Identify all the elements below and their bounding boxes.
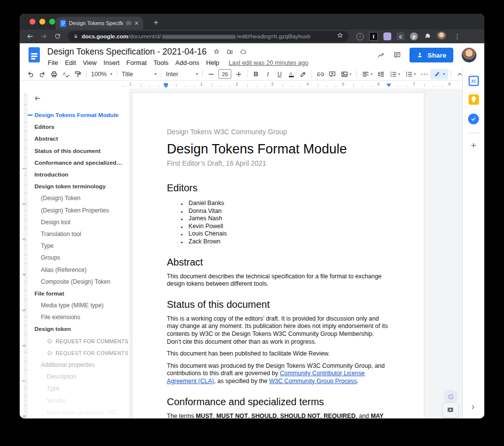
address-bar[interactable]: docs.google.com/document/d//edit#heading… [68, 31, 348, 42]
document-activity-icon[interactable] [377, 51, 385, 59]
google-docs-icon[interactable] [29, 47, 40, 62]
outline-item[interactable]: Status of this document [28, 145, 129, 157]
document-link[interactable]: W3C Community Group Process [269, 378, 357, 385]
right-indent-marker[interactable] [386, 84, 391, 87]
menu-format[interactable]: Format [123, 58, 150, 68]
print-icon[interactable] [48, 69, 60, 80]
outline-item[interactable]: Design tool [28, 216, 129, 228]
minimize-window-button[interactable] [39, 19, 45, 25]
p-extension-icon[interactable]: p [410, 32, 418, 40]
info-extension-icon[interactable]: i [356, 33, 364, 40]
outline-item[interactable]: Type [28, 383, 129, 394]
new-tab-button[interactable]: + [151, 17, 161, 28]
collapse-side-panel-icon[interactable] [470, 404, 477, 412]
add-comment-icon[interactable] [326, 69, 338, 80]
account-avatar[interactable] [462, 48, 476, 62]
zoom-select[interactable]: 100%▾ [89, 71, 114, 78]
redo-icon[interactable] [36, 69, 48, 80]
more-options-button[interactable]: ⋯ [418, 69, 430, 80]
share-button[interactable]: Share [410, 48, 453, 62]
document-title[interactable]: Design Tokens Specification - 2021-04-16 [47, 47, 207, 57]
line-spacing-icon[interactable] [375, 69, 387, 80]
horizontal-ruler[interactable]: 112345678 [20, 81, 463, 89]
bookmark-star-icon[interactable] [337, 32, 344, 41]
vertical-ruler[interactable]: 12345678 [24, 92, 28, 418]
outline-item[interactable]: Additional properties [28, 359, 129, 371]
forward-icon[interactable] [38, 31, 49, 42]
menu-insert[interactable]: Insert [100, 58, 123, 68]
left-indent-marker[interactable] [163, 85, 168, 88]
star-document-icon[interactable] [213, 48, 220, 55]
outline-item[interactable]: Type [28, 240, 129, 252]
outline-item[interactable]: Alias (Reference) [28, 264, 129, 275]
reload-icon[interactable] [52, 31, 63, 42]
close-window-button[interactable] [30, 19, 35, 25]
bulleted-list-icon[interactable]: ▾ [403, 69, 418, 80]
numbered-list-icon[interactable]: 123▾ [387, 69, 403, 80]
font-select[interactable]: Inter▾ [164, 71, 200, 78]
outline-item[interactable]: Design token [28, 323, 129, 335]
increase-font-size-icon[interactable] [233, 69, 245, 80]
close-outline-icon[interactable] [33, 94, 43, 104]
spellcheck-icon[interactable]: A [60, 69, 72, 80]
menu-help[interactable]: Help [203, 58, 223, 68]
undo-icon[interactable] [25, 69, 36, 80]
reader-extension-icon[interactable]: I [369, 32, 378, 41]
outline-item[interactable]: File format [28, 288, 129, 299]
browser-tab[interactable]: Design Tokens Specification - ✕ [56, 17, 143, 30]
document-status-cloud-icon[interactable] [240, 48, 247, 55]
italic-button[interactable]: I [262, 69, 274, 80]
insert-link-icon[interactable] [315, 69, 326, 80]
outline-item[interactable]: File extensions [28, 311, 129, 323]
extensions-puzzle-icon[interactable] [423, 32, 431, 40]
c-extension-icon[interactable]: c [397, 32, 405, 40]
outline-item[interactable]: Translation tool [28, 228, 129, 240]
menu-add-ons[interactable]: Add-ons [172, 58, 202, 68]
outline-item[interactable]: Introduction [28, 169, 129, 180]
outline-item[interactable]: Media type (MIME type) [28, 299, 129, 311]
outline-item[interactable]: More token properties TBC [28, 407, 129, 418]
outline-item[interactable]: (Design) Token [28, 192, 129, 204]
outline-item[interactable]: (Design) Token Properties [28, 205, 129, 216]
google-calendar-icon[interactable]: 31 [469, 76, 479, 86]
open-comments-icon[interactable] [393, 51, 401, 59]
outline-item[interactable]: Description [28, 371, 129, 383]
move-to-folder-icon[interactable] [226, 48, 233, 55]
text-color-icon[interactable]: A [285, 69, 297, 80]
outline-item[interactable]: Groups [28, 252, 129, 264]
insert-image-icon[interactable]: ▾ [338, 69, 354, 80]
fullscreen-window-button[interactable] [49, 19, 55, 25]
outline-item[interactable]: Design Tokens Format Module [28, 109, 129, 121]
paint-format-icon[interactable] [72, 69, 84, 80]
menu-view[interactable]: View [79, 58, 100, 68]
outline-item[interactable]: Abstract [28, 133, 129, 145]
decrease-font-size-icon[interactable] [205, 69, 217, 80]
align-icon[interactable]: ▾ [359, 69, 375, 80]
last-edit-link[interactable]: Last edit was 20 minutes ago [229, 59, 309, 66]
bold-button[interactable]: B [250, 69, 262, 80]
menu-tools[interactable]: Tools [150, 58, 172, 68]
editing-mode-button[interactable]: ▾ [430, 69, 448, 80]
styles-select[interactable]: Title▾ [120, 71, 158, 78]
outline-item[interactable]: REQUEST FOR COMMENTS [28, 335, 129, 347]
underline-button[interactable]: U [274, 69, 285, 80]
outline-item[interactable]: Design token terminology [28, 180, 129, 192]
outline-item[interactable]: Vendor [28, 395, 129, 407]
outline-item[interactable]: Conformance and specialized… [28, 157, 129, 169]
document-page[interactable]: Design Tokens W3C Community GroupDesign … [132, 92, 424, 418]
outline-item[interactable]: Composite (Design) Token [28, 276, 129, 288]
google-tasks-icon[interactable] [468, 114, 479, 124]
add-addon-button[interactable]: + [471, 140, 476, 151]
browser-profile-avatar[interactable] [437, 31, 446, 41]
back-icon[interactable] [25, 31, 35, 42]
menu-file[interactable]: File [47, 58, 62, 68]
purple-extension-icon[interactable] [383, 32, 391, 40]
assistant-widget-button[interactable] [442, 402, 459, 418]
browser-menu-icon[interactable]: ⋮ [454, 32, 461, 40]
highlight-color-icon[interactable] [297, 69, 309, 80]
tab-close-icon[interactable]: ✕ [134, 21, 139, 26]
grammarly-status-icon[interactable]: G [444, 389, 458, 403]
outline-item[interactable]: REQUEST FOR COMMENTS [28, 347, 129, 359]
font-size-value[interactable]: 26 [219, 69, 231, 79]
menu-edit[interactable]: Edit [62, 58, 79, 68]
